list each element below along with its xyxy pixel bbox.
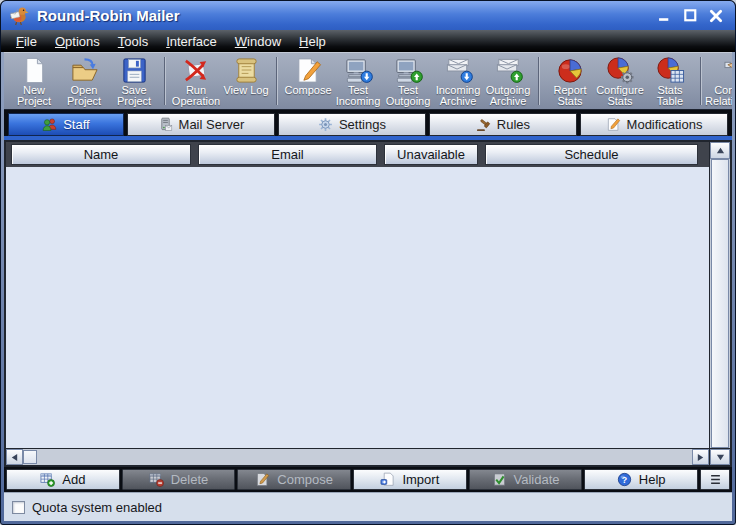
scroll-right-icon[interactable] (692, 449, 709, 465)
staff-grid: Name Email Unavailable Schedule (6, 142, 709, 448)
import-button[interactable]: Import (353, 469, 467, 490)
delete-icon (149, 472, 164, 487)
add-button[interactable]: Add (6, 469, 120, 490)
status-bar: Quota system enabled (4, 492, 732, 521)
help-button[interactable]: ? Help (584, 469, 698, 490)
tab-label: Mail Server (179, 117, 245, 132)
toolbar-separator (538, 57, 540, 105)
action-button-bar: Add Delete (4, 467, 732, 492)
tab-label: Modifications (627, 117, 703, 132)
scroll-up-icon[interactable] (710, 142, 730, 159)
scrollbar-corner (709, 449, 730, 465)
toolbar-separator (276, 57, 278, 105)
toolbar-run-operation[interactable]: Run Operation (171, 53, 221, 109)
window-title: Round-Robin Mailer (37, 7, 649, 24)
menu-bar: File Options Tools Interface Window Help (1, 30, 735, 52)
vertical-scroll-track[interactable] (710, 159, 730, 448)
tab-rules[interactable]: Rules (429, 113, 577, 136)
robin-app-icon (8, 5, 29, 26)
tab-settings[interactable]: Settings (278, 113, 426, 136)
outgoing-archive-icon (494, 55, 523, 85)
toolbar-stats-table[interactable]: Stats Table (645, 53, 695, 109)
hamburger-menu-icon (708, 472, 723, 487)
staff-list-empty[interactable] (6, 167, 709, 448)
toolbar-configure-relationships[interactable]: Configure Relationships (707, 53, 732, 109)
toolbar-separator (164, 57, 166, 105)
toolbar-open-project[interactable]: Open Project (59, 53, 109, 109)
horizontal-scroll-track[interactable] (37, 449, 692, 465)
title-bar: Round-Robin Mailer (1, 1, 735, 30)
menu-help[interactable]: Help (290, 32, 335, 51)
delete-button[interactable]: Delete (122, 469, 236, 490)
menu-interface[interactable]: Interface (157, 32, 226, 51)
button-label: Validate (514, 472, 560, 487)
staff-table-panel: Name Email Unavailable Schedule (4, 140, 732, 467)
minimize-icon[interactable] (657, 9, 671, 23)
vertical-scroll-thumb[interactable] (711, 159, 729, 448)
stats-table-icon (656, 55, 685, 85)
quota-checkbox-label: Quota system enabled (32, 500, 162, 515)
tab-label: Settings (339, 117, 386, 132)
tab-modifications[interactable]: Modifications (580, 113, 728, 136)
column-header-unavailable[interactable]: Unavailable (384, 144, 478, 165)
toolbar-incoming-archive[interactable]: Incoming Archive (433, 53, 483, 109)
compose-icon (255, 472, 270, 487)
compose-icon (294, 55, 323, 85)
tab-label: Staff (63, 117, 90, 132)
table-header-row: Name Email Unavailable Schedule (6, 142, 709, 167)
configure-stats-icon (606, 55, 635, 85)
test-incoming-icon (344, 55, 373, 85)
button-label: Import (402, 472, 439, 487)
help-icon: ? (617, 472, 632, 487)
column-header-name[interactable]: Name (11, 144, 191, 165)
window-controls (657, 9, 725, 23)
horizontal-scroll-thumb[interactable] (23, 450, 37, 464)
close-icon[interactable] (709, 9, 723, 23)
svg-text:?: ? (622, 475, 627, 485)
toolbar-report-stats[interactable]: Report Stats (545, 53, 595, 109)
tab-staff[interactable]: Staff (8, 113, 124, 136)
button-label: Delete (171, 472, 209, 487)
mail-server-icon (158, 117, 173, 132)
tab-label: Rules (497, 117, 530, 132)
menu-file[interactable]: File (7, 32, 46, 51)
list-menu-button[interactable] (700, 469, 730, 490)
toolbar-new-project[interactable]: New Project (9, 53, 59, 109)
menu-tools[interactable]: Tools (109, 32, 157, 51)
toolbar-configure-stats[interactable]: Configure Stats (595, 53, 645, 109)
menu-window[interactable]: Window (226, 32, 290, 51)
toolbar-save-project[interactable]: Save Project (109, 53, 159, 109)
scroll-left-icon[interactable] (6, 449, 23, 465)
open-project-icon (70, 55, 99, 85)
scroll-down-icon[interactable] (710, 449, 730, 465)
maximize-icon[interactable] (683, 9, 697, 23)
staff-icon (42, 117, 57, 132)
report-stats-icon (556, 55, 585, 85)
view-log-icon (232, 55, 261, 85)
incoming-archive-icon (444, 55, 473, 85)
horizontal-scrollbar[interactable] (6, 449, 709, 465)
compose-button[interactable]: Compose (237, 469, 351, 490)
save-project-icon (120, 55, 149, 85)
toolbar-test-incoming[interactable]: Test Incoming (333, 53, 383, 109)
toolbar-view-log[interactable]: View Log (221, 53, 271, 109)
tab-mail-server[interactable]: Mail Server (127, 113, 275, 136)
button-label: Add (62, 472, 85, 487)
quota-checkbox[interactable] (12, 501, 25, 514)
configure-relationships-icon (724, 55, 733, 85)
tab-bar: Staff Mail Server (4, 110, 732, 140)
button-label: Help (639, 472, 666, 487)
validate-button[interactable]: Validate (469, 469, 583, 490)
menu-options[interactable]: Options (46, 32, 109, 51)
vertical-scrollbar[interactable] (709, 142, 730, 448)
button-label: Compose (277, 472, 333, 487)
column-header-schedule[interactable]: Schedule (485, 144, 698, 165)
run-operation-icon (182, 55, 211, 85)
toolbar-outgoing-archive[interactable]: Outgoing Archive (483, 53, 533, 109)
modifications-icon (606, 117, 621, 132)
toolbar-test-outgoing[interactable]: Test Outgoing (383, 53, 433, 109)
toolbar-compose[interactable]: Compose (283, 53, 333, 109)
test-outgoing-icon (394, 55, 423, 85)
column-header-email[interactable]: Email (198, 144, 377, 165)
import-icon (380, 472, 395, 487)
